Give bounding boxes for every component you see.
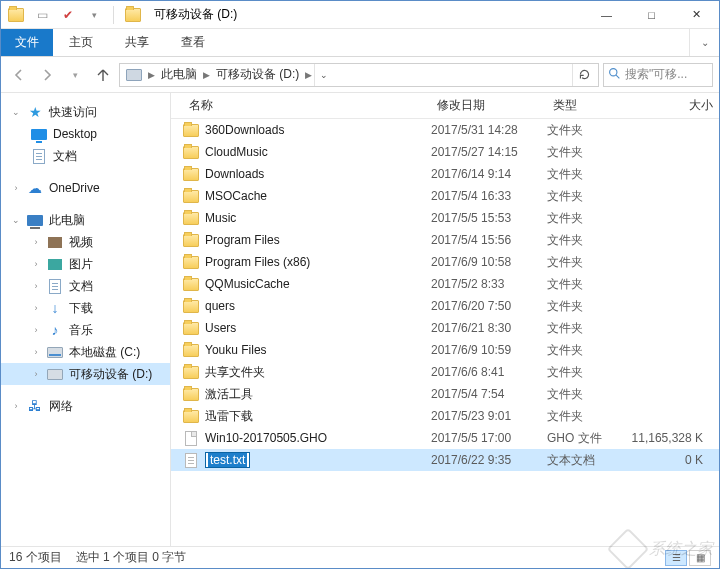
recent-button[interactable]: ▾ xyxy=(63,63,87,87)
file-type: GHO 文件 xyxy=(547,430,623,447)
file-list: 名称 修改日期 类型 大小 360Downloads 2017/5/31 14:… xyxy=(171,93,719,546)
chevron-right-icon[interactable]: ▶ xyxy=(201,70,212,80)
statusbar: 16 个项目 选中 1 个项目 0 字节 ☰ ▦ xyxy=(1,546,719,568)
table-row[interactable]: Program Files (x86) 2017/6/9 10:58 文件夹 xyxy=(171,251,719,273)
table-row[interactable]: 共享文件夹 2017/6/6 8:41 文件夹 xyxy=(171,361,719,383)
file-tab[interactable]: 文件 xyxy=(1,29,53,56)
svg-point-0 xyxy=(610,68,617,75)
table-row[interactable]: Music 2017/5/5 15:53 文件夹 xyxy=(171,207,719,229)
window-title: 可移动设备 (D:) xyxy=(154,6,237,23)
tab-share[interactable]: 共享 xyxy=(109,29,165,56)
table-row[interactable]: CloudMusic 2017/5/27 14:15 文件夹 xyxy=(171,141,719,163)
file-type: 文件夹 xyxy=(547,254,623,271)
table-row[interactable]: MSOCache 2017/5/4 16:33 文件夹 xyxy=(171,185,719,207)
file-name: CloudMusic xyxy=(205,145,268,159)
qat-caret[interactable]: ▾ xyxy=(85,6,103,24)
document-icon xyxy=(49,279,61,294)
table-row[interactable]: QQMusicCache 2017/5/2 8:33 文件夹 xyxy=(171,273,719,295)
sidebar-item-ddrive[interactable]: ›可移动设备 (D:) xyxy=(1,363,170,385)
folder-icon xyxy=(7,6,25,24)
file-name: 迅雷下载 xyxy=(205,408,253,425)
folder-icon xyxy=(183,168,199,181)
drive-icon xyxy=(124,6,142,24)
tab-view[interactable]: 查看 xyxy=(165,29,221,56)
titlebar: ▭ ✔ ▾ 可移动设备 (D:) — □ ✕ xyxy=(1,1,719,29)
chevron-right-icon[interactable]: ▶ xyxy=(146,70,157,80)
qat-item[interactable]: ▭ xyxy=(33,6,51,24)
refresh-button[interactable] xyxy=(572,64,596,86)
sidebar-item-desktop[interactable]: Desktop xyxy=(1,123,170,145)
file-type: 文件夹 xyxy=(547,386,623,403)
sidebar-item-onedrive[interactable]: ›☁OneDrive xyxy=(1,177,170,199)
table-row[interactable]: Users 2017/6/21 8:30 文件夹 xyxy=(171,317,719,339)
file-size: 0 K xyxy=(623,453,719,467)
address-bar[interactable]: ▶ 此电脑 ▶ 可移动设备 (D:) ▶ ⌄ xyxy=(119,63,599,87)
sidebar-item-documents[interactable]: 文档 xyxy=(1,145,170,167)
file-type: 文件夹 xyxy=(547,408,623,425)
file-date: 2017/5/4 16:33 xyxy=(431,189,547,203)
column-name[interactable]: 名称 xyxy=(183,97,431,114)
chevron-right-icon[interactable]: ▶ xyxy=(303,70,314,80)
file-date: 2017/5/4 7:54 xyxy=(431,387,547,401)
up-button[interactable] xyxy=(91,63,115,87)
ribbon-expand-button[interactable]: ⌄ xyxy=(689,29,719,56)
view-details-button[interactable]: ☰ xyxy=(665,550,687,566)
folder-icon xyxy=(183,256,199,269)
sidebar-item-pictures[interactable]: ›图片 xyxy=(1,253,170,275)
table-row[interactable]: Program Files 2017/5/4 15:56 文件夹 xyxy=(171,229,719,251)
file-name: QQMusicCache xyxy=(205,277,290,291)
table-row[interactable]: 迅雷下载 2017/5/23 9:01 文件夹 xyxy=(171,405,719,427)
search-placeholder: 搜索"可移... xyxy=(625,66,687,83)
tab-home[interactable]: 主页 xyxy=(53,29,109,56)
sidebar-item-quickaccess[interactable]: ⌄★快速访问 xyxy=(1,101,170,123)
back-button[interactable] xyxy=(7,63,31,87)
file-type: 文件夹 xyxy=(547,298,623,315)
file-name: quers xyxy=(205,299,235,313)
maximize-button[interactable]: □ xyxy=(629,1,674,28)
sidebar: ⌄★快速访问 Desktop 文档 ›☁OneDrive ⌄此电脑 ›视频 ›图… xyxy=(1,93,171,546)
sidebar-item-network[interactable]: ›🖧网络 xyxy=(1,395,170,417)
ribbon: 文件 主页 共享 查看 ⌄ xyxy=(1,29,719,57)
table-row[interactable]: Win10-20170505.GHO 2017/5/5 17:00 GHO 文件… xyxy=(171,427,719,449)
forward-button[interactable] xyxy=(35,63,59,87)
table-row[interactable]: 360Downloads 2017/5/31 14:28 文件夹 xyxy=(171,119,719,141)
sidebar-item-thispc[interactable]: ⌄此电脑 xyxy=(1,209,170,231)
folder-icon xyxy=(183,410,199,423)
table-row[interactable]: Youku Files 2017/6/9 10:59 文件夹 xyxy=(171,339,719,361)
table-row[interactable]: test.txt 2017/6/22 9:35 文本文档 0 K xyxy=(171,449,719,471)
desktop-icon xyxy=(31,129,47,140)
column-size[interactable]: 大小 xyxy=(623,97,719,114)
folder-icon xyxy=(183,322,199,335)
view-icons-button[interactable]: ▦ xyxy=(689,550,711,566)
qat-check-icon[interactable]: ✔ xyxy=(59,6,77,24)
file-name: 360Downloads xyxy=(205,123,284,137)
pc-icon xyxy=(27,215,43,226)
address-history-button[interactable]: ⌄ xyxy=(314,64,332,86)
rename-input[interactable]: test.txt xyxy=(205,452,250,468)
file-type: 文件夹 xyxy=(547,320,623,337)
column-date[interactable]: 修改日期 xyxy=(431,97,547,114)
table-row[interactable]: Downloads 2017/6/14 9:14 文件夹 xyxy=(171,163,719,185)
folder-icon xyxy=(183,366,199,379)
sidebar-item-cdrive[interactable]: ›本地磁盘 (C:) xyxy=(1,341,170,363)
file-name: Users xyxy=(205,321,236,335)
sidebar-item-documents[interactable]: ›文档 xyxy=(1,275,170,297)
file-date: 2017/5/27 14:15 xyxy=(431,145,547,159)
sidebar-item-videos[interactable]: ›视频 xyxy=(1,231,170,253)
folder-icon xyxy=(183,212,199,225)
close-button[interactable]: ✕ xyxy=(674,1,719,28)
sidebar-item-music[interactable]: ›♪音乐 xyxy=(1,319,170,341)
sidebar-item-downloads[interactable]: ›↓下载 xyxy=(1,297,170,319)
file-date: 2017/6/14 9:14 xyxy=(431,167,547,181)
cloud-icon: ☁ xyxy=(27,180,43,196)
breadcrumb[interactable]: 此电脑 xyxy=(157,66,201,83)
search-input[interactable]: 搜索"可移... xyxy=(603,63,713,87)
minimize-button[interactable]: — xyxy=(584,1,629,28)
column-type[interactable]: 类型 xyxy=(547,97,623,114)
breadcrumb[interactable]: 可移动设备 (D:) xyxy=(212,66,303,83)
table-row[interactable]: 激活工具 2017/5/4 7:54 文件夹 xyxy=(171,383,719,405)
folder-icon xyxy=(183,234,199,247)
file-name: Program Files (x86) xyxy=(205,255,310,269)
status-item-count: 16 个项目 xyxy=(9,549,62,566)
table-row[interactable]: quers 2017/6/20 7:50 文件夹 xyxy=(171,295,719,317)
